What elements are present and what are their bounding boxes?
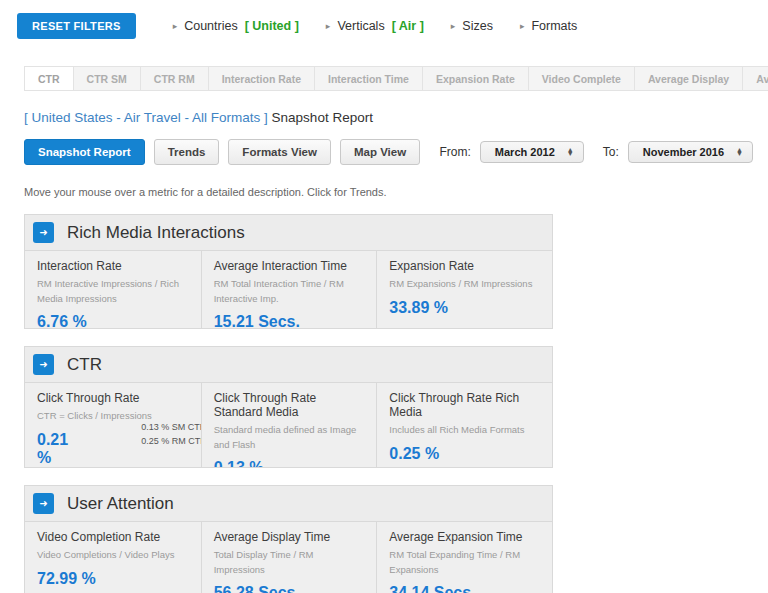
page-title: [ United States - Air Travel - All Forma… xyxy=(24,110,744,125)
metrics-row: Video Completion Rate Video Completions … xyxy=(24,522,553,593)
tab-expansion-rate[interactable]: Expansion Rate xyxy=(422,66,529,91)
filter-label: Sizes xyxy=(462,19,493,33)
metric-formula: Includes all Rich Media Formats xyxy=(389,423,540,438)
sm-ctr-legend-row: 0.13 % SM CTR xyxy=(95,422,201,432)
filter-selected-value: [ United ] xyxy=(245,19,299,33)
controls-row: Snapshot Report Trends Formats View Map … xyxy=(24,139,753,165)
tab-video-complete[interactable]: Video Complete xyxy=(528,66,635,91)
panel-header[interactable]: ➜ CTR xyxy=(24,346,553,383)
metric-value: 0.13 % xyxy=(214,459,365,467)
panel-title: Rich Media Interactions xyxy=(67,223,245,243)
report-name: Snapshot Report xyxy=(272,110,373,125)
breadcrumb-arrow-icon: ▸ xyxy=(326,21,331,31)
filter-bar: RESET FILTERS ▸ Countries [ United ] ▸ V… xyxy=(0,0,768,39)
filter-label: Verticals xyxy=(337,19,384,33)
arrow-right-icon: ➜ xyxy=(33,222,54,243)
tab-ctr-rm[interactable]: CTR RM xyxy=(140,66,209,91)
to-label: To: xyxy=(603,145,619,159)
metric-formula: Total Display Time / RM Impressions xyxy=(214,548,365,577)
tab-aver-expanding[interactable]: Aver. Expanding xyxy=(742,66,768,91)
metric-name: Average Display Time xyxy=(214,530,365,544)
metric-value: 56.28 Secs. xyxy=(214,584,365,593)
metric-name: Average Interaction Time xyxy=(214,259,365,273)
snapshot-report-page: RESET FILTERS ▸ Countries [ United ] ▸ V… xyxy=(0,0,768,593)
metric-name: Video Completion Rate xyxy=(37,530,189,544)
breadcrumb-arrow-icon: ▸ xyxy=(451,21,456,31)
metrics-row: Interaction Rate RM Interactive Impressi… xyxy=(24,251,553,329)
rm-ctr-label: 0.25 % RM CTR xyxy=(141,436,201,446)
tab-ctr-sm[interactable]: CTR SM xyxy=(73,66,141,91)
metric-tab-strip: CTR CTR SM CTR RM Interaction Rate Inter… xyxy=(24,66,744,91)
metric-name: Click Through Rate Standard Media xyxy=(214,391,365,419)
to-date-value: November 2016 xyxy=(643,146,724,158)
rm-ctr-legend-row: 0.25 % RM CTR xyxy=(95,436,201,446)
panel-ctr: ➜ CTR Click Through Rate CTR = Clicks / … xyxy=(24,346,553,468)
metric-formula: RM Total Expanding Time / RM Expansions xyxy=(389,548,540,577)
panel-user-attention: ➜ User Attention Video Completion Rate V… xyxy=(24,485,553,593)
metric-value: 15.21 Secs. xyxy=(214,313,365,328)
from-label: From: xyxy=(440,145,471,159)
map-view-button[interactable]: Map View xyxy=(340,139,420,165)
metric-average-interaction-time[interactable]: Average Interaction Time RM Total Intera… xyxy=(201,251,377,328)
arrow-right-icon: ➜ xyxy=(33,493,54,514)
filter-breadcrumbs: ▸ Countries [ United ] ▸ Verticals [ Air… xyxy=(173,19,578,33)
tab-interaction-time[interactable]: Interaction Time xyxy=(314,66,423,91)
filter-label: Formats xyxy=(531,19,577,33)
filter-selected-value: [ Air ] xyxy=(392,19,424,33)
metric-video-completion-rate[interactable]: Video Completion Rate Video Completions … xyxy=(25,522,201,593)
trends-button[interactable]: Trends xyxy=(154,139,220,165)
metric-formula: Video Completions / Video Plays xyxy=(37,548,189,563)
metric-name: Interaction Rate xyxy=(37,259,189,273)
metric-expansion-rate[interactable]: Expansion Rate RM Expansions / RM Impres… xyxy=(376,251,552,328)
date-range-controls: From: March 2012 ▲▼ To: November 2016 ▲▼ xyxy=(440,141,754,163)
metric-ctr-rich-media[interactable]: Click Through Rate Rich Media Includes a… xyxy=(376,383,552,467)
metric-name: Expansion Rate xyxy=(389,259,540,273)
metric-value: 34.14 Secs. xyxy=(389,584,540,593)
metric-formula: Standard media defined as Image and Flas… xyxy=(214,423,365,452)
view-buttons: Snapshot Report Trends Formats View Map … xyxy=(24,139,420,165)
panel-title: User Attention xyxy=(67,494,174,514)
report-scope: [ United States - Air Travel - All Forma… xyxy=(24,110,268,125)
metric-click-through-rate[interactable]: Click Through Rate CTR = Clicks / Impres… xyxy=(25,383,201,467)
reset-filters-button[interactable]: RESET FILTERS xyxy=(17,13,136,39)
filter-sizes[interactable]: ▸ Sizes xyxy=(451,19,493,33)
arrow-right-icon: ➜ xyxy=(33,354,54,375)
filter-label: Countries xyxy=(184,19,238,33)
from-date-value: March 2012 xyxy=(495,146,555,158)
from-date-select[interactable]: March 2012 ▲▼ xyxy=(480,141,584,163)
panel-header[interactable]: ➜ Rich Media Interactions xyxy=(24,214,553,251)
metric-interaction-rate[interactable]: Interaction Rate RM Interactive Impressi… xyxy=(25,251,201,328)
metrics-row: Click Through Rate CTR = Clicks / Impres… xyxy=(24,383,553,468)
metric-formula: RM Interactive Impressions / Rich Media … xyxy=(37,277,189,306)
metric-formula: RM Total Interaction Time / RM Interacti… xyxy=(214,277,365,306)
metric-average-expansion-time[interactable]: Average Expansion Time RM Total Expandin… xyxy=(376,522,552,593)
metric-name: Average Expansion Time xyxy=(389,530,540,544)
metric-name: Click Through Rate xyxy=(37,391,189,405)
tab-interaction-rate[interactable]: Interaction Rate xyxy=(208,66,315,91)
sm-ctr-label: 0.13 % SM CTR xyxy=(141,422,201,432)
stepper-icon: ▲▼ xyxy=(736,148,743,157)
to-date-select[interactable]: November 2016 ▲▼ xyxy=(628,141,753,163)
stepper-icon: ▲▼ xyxy=(567,148,574,157)
metric-ctr-standard-media[interactable]: Click Through Rate Standard Media Standa… xyxy=(201,383,377,467)
metric-value: 0.25 % xyxy=(389,445,540,463)
metric-average-display-time[interactable]: Average Display Time Total Display Time … xyxy=(201,522,377,593)
panel-header[interactable]: ➜ User Attention xyxy=(24,485,553,522)
tab-average-display[interactable]: Average Display xyxy=(634,66,743,91)
ctr-comparison-chart: 0.13 % SM CTR 0.25 % RM CTR xyxy=(95,422,201,450)
metric-value: 6.76 % xyxy=(37,313,189,328)
breadcrumb-arrow-icon: ▸ xyxy=(520,21,525,31)
filter-verticals[interactable]: ▸ Verticals [ Air ] xyxy=(326,19,424,33)
formats-view-button[interactable]: Formats View xyxy=(228,139,331,165)
filter-formats[interactable]: ▸ Formats xyxy=(520,19,577,33)
metric-value: 72.99 % xyxy=(37,570,189,588)
panel-title: CTR xyxy=(67,355,102,375)
panel-rich-media-interactions: ➜ Rich Media Interactions Interaction Ra… xyxy=(24,214,553,329)
tab-ctr[interactable]: CTR xyxy=(24,66,74,91)
snapshot-report-button[interactable]: Snapshot Report xyxy=(24,139,145,165)
breadcrumb-arrow-icon: ▸ xyxy=(173,21,178,31)
metric-value: 33.89 % xyxy=(389,299,540,317)
metric-name: Click Through Rate Rich Media xyxy=(389,391,540,419)
filter-countries[interactable]: ▸ Countries [ United ] xyxy=(173,19,299,33)
instruction-text: Move your mouse over a metric for a deta… xyxy=(24,186,744,198)
